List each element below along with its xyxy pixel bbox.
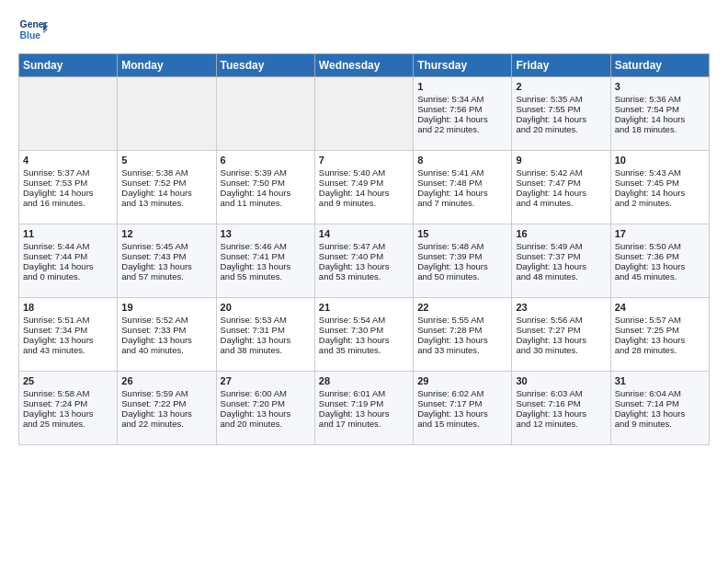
day-info: Daylight: 13 hours: [319, 408, 409, 419]
day-number: 20: [221, 302, 311, 313]
day-info: and 30 minutes.: [516, 345, 606, 355]
day-info: and 38 minutes.: [221, 345, 311, 355]
day-info: Daylight: 14 hours: [417, 114, 507, 124]
day-info: Daylight: 13 hours: [121, 335, 211, 345]
day-info: and 57 minutes.: [121, 271, 211, 282]
day-info: Daylight: 13 hours: [221, 261, 311, 271]
day-info: Sunrise: 5:52 AM: [121, 315, 211, 325]
day-info: and 9 minutes.: [615, 419, 705, 429]
day-info: Sunset: 7:24 PM: [23, 398, 113, 408]
day-number: 18: [23, 302, 113, 313]
day-info: Sunrise: 5:42 AM: [516, 167, 606, 178]
calendar-cell: 24Sunrise: 5:57 AMSunset: 7:25 PMDayligh…: [610, 298, 709, 372]
calendar-cell: 31Sunrise: 6:04 AMSunset: 7:14 PMDayligh…: [610, 372, 709, 445]
calendar-cell: 10Sunrise: 5:43 AMSunset: 7:45 PMDayligh…: [610, 151, 709, 224]
day-info: and 48 minutes.: [516, 271, 606, 282]
day-info: Daylight: 14 hours: [615, 114, 705, 124]
day-number: 8: [417, 155, 507, 166]
day-info: Daylight: 13 hours: [615, 261, 705, 271]
calendar-cell: 14Sunrise: 5:47 AMSunset: 7:40 PMDayligh…: [314, 224, 413, 298]
day-info: Daylight: 13 hours: [615, 335, 705, 345]
day-info: and 12 minutes.: [516, 419, 606, 429]
calendar-cell: 25Sunrise: 5:58 AMSunset: 7:24 PMDayligh…: [19, 372, 118, 445]
calendar-cell: 16Sunrise: 5:49 AMSunset: 7:37 PMDayligh…: [512, 224, 610, 298]
calendar-cell: 4Sunrise: 5:37 AMSunset: 7:53 PMDaylight…: [19, 151, 118, 224]
day-info: Sunrise: 5:34 AM: [417, 94, 507, 104]
day-info: Daylight: 13 hours: [23, 408, 113, 419]
calendar-cell: 5Sunrise: 5:38 AMSunset: 7:52 PMDaylight…: [118, 151, 216, 224]
day-number: 14: [319, 228, 409, 239]
day-number: 15: [417, 228, 507, 239]
day-info: Daylight: 14 hours: [417, 188, 507, 198]
day-info: and 50 minutes.: [417, 271, 507, 282]
weekday-header: Thursday: [414, 54, 512, 77]
day-info: Daylight: 13 hours: [417, 335, 507, 345]
weekday-header: Monday: [118, 54, 216, 77]
day-info: Sunrise: 5:37 AM: [23, 167, 113, 178]
day-info: and 18 minutes.: [615, 124, 705, 134]
day-info: and 17 minutes.: [319, 419, 409, 429]
day-info: Daylight: 14 hours: [221, 188, 311, 198]
calendar-cell: 26Sunrise: 5:59 AMSunset: 7:22 PMDayligh…: [118, 372, 216, 445]
day-info: Sunrise: 5:49 AM: [516, 241, 606, 251]
logo-icon: General Blue: [18, 15, 48, 44]
day-info: Sunrise: 5:35 AM: [516, 94, 606, 104]
day-info: Sunrise: 6:03 AM: [516, 388, 606, 398]
weekday-header: Saturday: [610, 54, 709, 77]
calendar-cell: 13Sunrise: 5:46 AMSunset: 7:41 PMDayligh…: [216, 224, 314, 298]
day-info: Sunrise: 5:44 AM: [23, 241, 113, 251]
day-info: Sunrise: 5:51 AM: [23, 315, 113, 325]
weekday-header: Tuesday: [216, 54, 314, 77]
calendar-cell: 21Sunrise: 5:54 AMSunset: 7:30 PMDayligh…: [314, 298, 413, 372]
day-info: and 22 minutes.: [121, 419, 211, 429]
day-info: Sunset: 7:48 PM: [417, 178, 507, 188]
day-info: Sunset: 7:34 PM: [23, 325, 113, 335]
day-info: Daylight: 13 hours: [516, 408, 606, 419]
calendar-cell: 29Sunrise: 6:02 AMSunset: 7:17 PMDayligh…: [414, 372, 512, 445]
day-number: 23: [516, 302, 606, 313]
day-info: Sunset: 7:19 PM: [319, 398, 409, 408]
day-info: and 11 minutes.: [221, 198, 311, 208]
day-info: Sunset: 7:22 PM: [121, 398, 211, 408]
day-info: Daylight: 13 hours: [221, 335, 311, 345]
day-info: Sunrise: 5:50 AM: [615, 241, 705, 251]
day-info: Sunset: 7:54 PM: [615, 104, 705, 114]
weekday-header: Wednesday: [314, 54, 413, 77]
weekday-header: Friday: [512, 54, 610, 77]
day-number: 25: [23, 375, 113, 386]
day-number: 19: [121, 302, 211, 313]
calendar-cell: 18Sunrise: 5:51 AMSunset: 7:34 PMDayligh…: [19, 298, 118, 372]
day-info: Daylight: 14 hours: [615, 188, 705, 198]
day-info: Daylight: 13 hours: [121, 408, 211, 419]
calendar-cell: 3Sunrise: 5:36 AMSunset: 7:54 PMDaylight…: [610, 77, 709, 151]
day-number: 9: [516, 155, 606, 166]
day-number: 4: [23, 155, 113, 166]
day-info: Daylight: 14 hours: [23, 188, 113, 198]
day-info: Sunrise: 5:59 AM: [121, 388, 211, 398]
day-info: Sunrise: 5:39 AM: [221, 167, 311, 178]
day-info: Daylight: 13 hours: [516, 335, 606, 345]
day-info: Sunset: 7:20 PM: [221, 398, 311, 408]
day-info: Sunset: 7:37 PM: [516, 251, 606, 261]
day-info: and 2 minutes.: [615, 198, 705, 208]
day-info: Daylight: 13 hours: [23, 335, 113, 345]
day-number: 31: [615, 375, 705, 386]
day-info: Daylight: 13 hours: [615, 408, 705, 419]
day-info: and 13 minutes.: [121, 198, 211, 208]
day-info: Sunrise: 5:41 AM: [417, 167, 507, 178]
day-info: Sunset: 7:41 PM: [221, 251, 311, 261]
day-info: Sunrise: 6:02 AM: [417, 388, 507, 398]
day-number: 7: [319, 155, 409, 166]
day-info: Sunset: 7:50 PM: [221, 178, 311, 188]
day-info: Sunset: 7:56 PM: [417, 104, 507, 114]
day-info: Sunset: 7:36 PM: [615, 251, 705, 261]
day-info: and 35 minutes.: [319, 345, 409, 355]
day-info: Sunrise: 5:56 AM: [516, 315, 606, 325]
day-info: Sunset: 7:31 PM: [221, 325, 311, 335]
calendar-cell: 8Sunrise: 5:41 AMSunset: 7:48 PMDaylight…: [414, 151, 512, 224]
day-info: Sunrise: 5:38 AM: [121, 167, 211, 178]
calendar-cell: [216, 77, 314, 151]
day-info: Sunset: 7:27 PM: [516, 325, 606, 335]
day-info: and 20 minutes.: [516, 124, 606, 134]
day-info: Sunset: 7:25 PM: [615, 325, 705, 335]
